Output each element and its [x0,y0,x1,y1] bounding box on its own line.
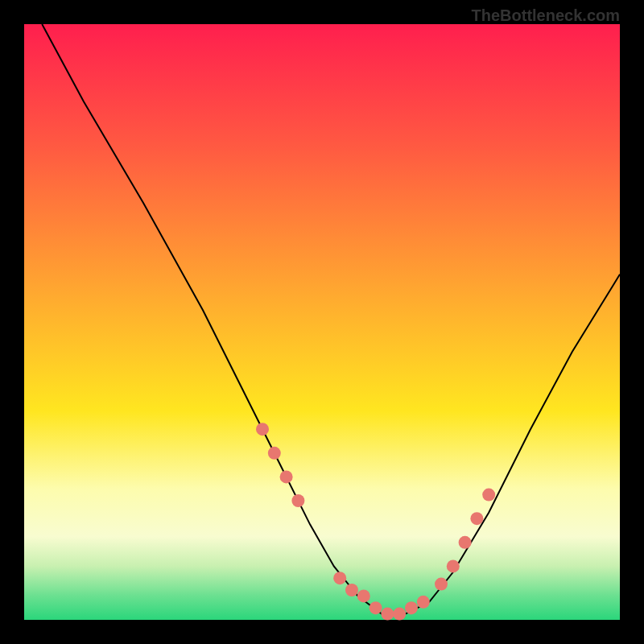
data-point [393,608,406,621]
data-point [268,447,281,460]
data-point [482,489,495,502]
data-point [447,559,460,572]
data-point [256,423,269,436]
data-point [333,572,346,584]
data-point [280,470,293,483]
data-point [417,596,430,609]
data-point [405,601,418,614]
data-point [470,512,483,525]
data-point [369,601,382,614]
data-point [357,589,370,602]
chart-container: TheBottleneck.com [0,0,644,644]
plot-background [24,24,620,620]
data-point [381,608,394,621]
watermark-text: TheBottleneck.com [472,6,620,25]
data-point [459,536,472,549]
data-point [291,494,304,507]
chart-svg [0,0,644,644]
data-point [345,584,358,597]
data-point [435,578,448,591]
